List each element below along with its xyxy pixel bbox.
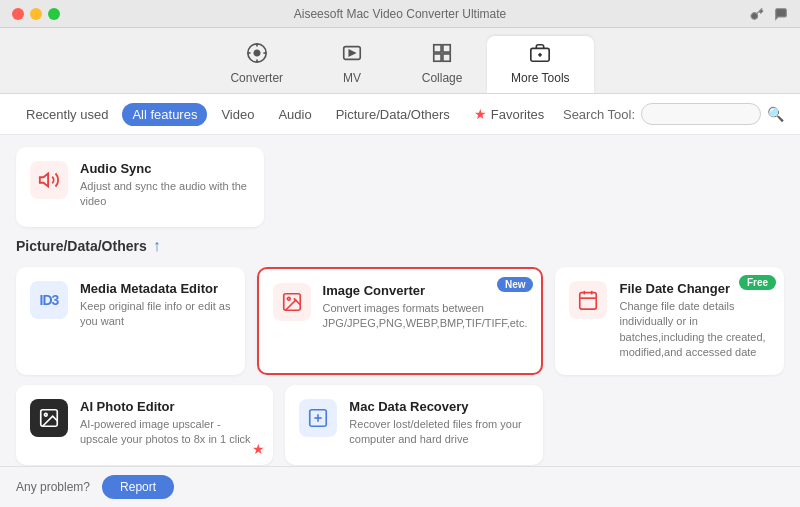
svg-rect-8	[443, 45, 450, 52]
file-date-icon	[569, 281, 607, 319]
filter-favorites[interactable]: ★ Favorites	[464, 102, 554, 126]
svg-rect-17	[580, 293, 597, 310]
svg-rect-9	[434, 54, 441, 61]
media-metadata-info: Media Metadata Editor Keep original file…	[80, 281, 231, 330]
arrow-up-icon[interactable]: ↑	[153, 237, 161, 255]
tab-more-tools[interactable]: More Tools	[487, 36, 593, 93]
filter-all-features[interactable]: All features	[122, 103, 207, 126]
bottom-bar: Any problem? Report	[0, 466, 800, 507]
maximize-button[interactable]	[48, 8, 60, 20]
report-button[interactable]: Report	[102, 475, 174, 499]
tab-mv-label: MV	[343, 71, 361, 85]
audio-sync-desc: Adjust and sync the audio with the video	[80, 179, 250, 210]
key-icon	[750, 7, 764, 21]
svg-marker-14	[40, 174, 48, 187]
mac-recovery-info: Mac Data Recovery Recover lost/deleted f…	[349, 399, 528, 448]
filter-recently-used[interactable]: Recently used	[16, 103, 118, 126]
app-title: Aiseesoft Mac Video Converter Ultimate	[294, 7, 507, 21]
star-icon: ★	[474, 106, 487, 122]
more-tools-icon	[529, 42, 551, 67]
picture-row-1: ID3 Media Metadata Editor Keep original …	[16, 267, 784, 375]
audio-sync-icon	[30, 161, 68, 199]
filter-video[interactable]: Video	[211, 103, 264, 126]
search-icon[interactable]: 🔍	[767, 106, 784, 122]
file-date-info: File Date Changer Change file date detai…	[619, 281, 770, 361]
audio-section-row: Audio Sync Adjust and sync the audio wit…	[16, 147, 784, 227]
content-area: Audio Sync Adjust and sync the audio wit…	[0, 135, 800, 466]
favorite-star-icon: ★	[252, 441, 265, 457]
title-bar: Aiseesoft Mac Video Converter Ultimate	[0, 0, 800, 28]
file-date-desc: Change file date details individually or…	[619, 299, 770, 361]
search-label: Search Tool:	[563, 107, 635, 122]
audio-sync-title: Audio Sync	[80, 161, 250, 176]
image-converter-info: Image Converter Convert images formats b…	[323, 283, 528, 332]
picture-row-2: AI Photo Editor AI-powered image upscale…	[16, 385, 784, 465]
filter-picture-data-others[interactable]: Picture/Data/Others	[326, 103, 460, 126]
card-mac-data-recovery[interactable]: Mac Data Recovery Recover lost/deleted f…	[285, 385, 542, 465]
tab-more-tools-label: More Tools	[511, 71, 569, 85]
card-image-converter[interactable]: Image Converter Convert images formats b…	[257, 267, 544, 375]
any-problem-label: Any problem?	[16, 480, 90, 494]
audio-sync-info: Audio Sync Adjust and sync the audio wit…	[80, 161, 250, 210]
free-badge: Free	[739, 275, 776, 290]
minimize-button[interactable]	[30, 8, 42, 20]
favorites-label: Favorites	[491, 107, 544, 122]
tab-converter-label: Converter	[230, 71, 283, 85]
filter-audio[interactable]: Audio	[268, 103, 321, 126]
mv-icon	[341, 42, 363, 67]
card-file-date-changer[interactable]: File Date Changer Change file date detai…	[555, 267, 784, 375]
window-controls[interactable]	[12, 8, 60, 20]
card-media-metadata[interactable]: ID3 Media Metadata Editor Keep original …	[16, 267, 245, 375]
tab-mv[interactable]: MV	[307, 36, 397, 93]
search-area: Search Tool: 🔍	[563, 103, 784, 125]
svg-point-22	[44, 413, 47, 416]
chat-icon	[774, 7, 788, 21]
tab-converter[interactable]: Converter	[206, 36, 307, 93]
new-badge: New	[497, 277, 534, 292]
svg-point-16	[287, 297, 290, 300]
main-nav: Converter MV Collage	[0, 28, 800, 94]
mac-recovery-desc: Recover lost/deleted files from your com…	[349, 417, 528, 448]
card-ai-photo[interactable]: AI Photo Editor AI-powered image upscale…	[16, 385, 273, 465]
ai-photo-info: AI Photo Editor AI-powered image upscale…	[80, 399, 259, 448]
svg-rect-10	[443, 54, 450, 61]
mac-recovery-title: Mac Data Recovery	[349, 399, 528, 414]
tab-collage-label: Collage	[422, 71, 463, 85]
ai-photo-icon	[30, 399, 68, 437]
close-button[interactable]	[12, 8, 24, 20]
image-converter-desc: Convert images formats between JPG/JPEG,…	[323, 301, 528, 332]
picture-data-others-header: Picture/Data/Others ↑	[16, 237, 784, 255]
media-metadata-icon: ID3	[30, 281, 68, 319]
title-bar-icons	[750, 7, 788, 21]
filter-bar: Recently used All features Video Audio P…	[0, 94, 800, 135]
empty-placeholder	[555, 385, 784, 465]
collage-icon	[431, 42, 453, 67]
picture-section-label: Picture/Data/Others	[16, 238, 147, 254]
image-converter-icon	[273, 283, 311, 321]
tab-collage[interactable]: Collage	[397, 36, 487, 93]
ai-photo-desc: AI-powered image upscaler - upscale your…	[80, 417, 259, 448]
mac-recovery-icon	[299, 399, 337, 437]
converter-icon	[246, 42, 268, 67]
media-metadata-title: Media Metadata Editor	[80, 281, 231, 296]
search-input[interactable]	[641, 103, 761, 125]
svg-rect-7	[434, 45, 441, 52]
card-audio-sync[interactable]: Audio Sync Adjust and sync the audio wit…	[16, 147, 264, 227]
media-metadata-desc: Keep original file info or edit as you w…	[80, 299, 231, 330]
svg-point-1	[254, 50, 260, 56]
ai-photo-title: AI Photo Editor	[80, 399, 259, 414]
